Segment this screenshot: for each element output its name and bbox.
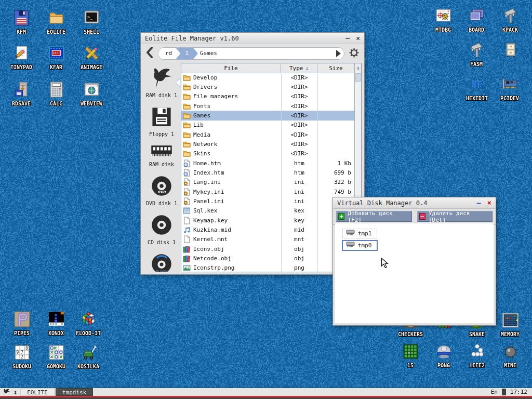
device-label: DVD disk 1 [146,201,177,206]
desktop-icon-pipes[interactable]: PIPES [3,311,41,336]
desktop-icon-kosilka[interactable]: KOSILKA [70,344,107,369]
file-row-lib[interactable]: Lib<DIR> [181,121,355,130]
language-indicator[interactable]: En [491,389,498,395]
file-row-drivers[interactable]: Drivers<DIR> [181,82,355,91]
file-name: Sql.kex [193,207,217,214]
desktop-icon-life2[interactable]: LIFE2 [458,343,496,368]
scroll-up-button[interactable]: ↑ [355,63,361,73]
file-row-iconv-obj[interactable]: Iconv.objobj [181,244,355,254]
minimize-button[interactable]: — [477,200,481,206]
file-row-fonts[interactable]: Fonts<DIR> [181,101,355,111]
desktop-icon-rdsave[interactable]: RDSAVE [3,81,40,107]
desktop-icon-pong[interactable]: PONG [425,343,462,368]
vdm-titlebar[interactable]: Virtual Disk Manager 0.4 — × [333,197,496,209]
desktop-icon-shell[interactable]: >_SHELL [73,9,110,35]
close-button[interactable]: × [356,35,360,42]
svg-text:9: 9 [16,350,19,355]
file-row-iconstrp-png[interactable]: Iconstrp.pngpng [181,263,355,272]
desktop-icon-kfar[interactable]: KFAR [37,45,75,70]
desktop-icon-kfm[interactable]: KFM [3,9,40,35]
file-name: File managers [193,93,238,100]
file-row-home-htm[interactable]: Home.htmhtm1 Kb [181,158,355,168]
taskbar-button-eolite[interactable]: EOLITE [20,388,55,396]
desktop-icon-eolite[interactable]: EOLITE [37,9,75,35]
device-floppy-1[interactable]: Floppy 1 [149,105,174,137]
file-row-netcode-obj[interactable]: Netcode.objobj [181,254,355,263]
column-header-size[interactable]: Size [317,63,355,73]
ram-icon [151,144,172,161]
file-row-sql-kex[interactable]: Sql.kexkex [181,206,355,216]
eolite-titlebar[interactable]: Eolite File Manager v1.60 — × [141,33,364,44]
back-button[interactable] [145,47,154,60]
desktop-icon-drawer[interactable] [491,42,529,61]
file-row-media[interactable]: Media<DIR> [181,130,355,139]
virtual-disk-tmp1[interactable]: tmp1 [342,229,377,238]
desktop-icon-label: SNAKE [458,331,496,337]
delete-disk-button[interactable]: − Удалить диск [Del] [417,211,493,222]
scrollbar-thumb[interactable] [355,73,361,82]
desktop-icon-animage[interactable]: ANIMAGE [73,45,110,70]
file-row-file-managers[interactable]: File managers<DIR> [181,92,355,101]
device-cd-disk-1[interactable]: CD disk 1 [148,214,176,245]
file-type: <DIR> [281,112,317,119]
file-row-lang-ini[interactable]: Lang.iniini322 b [181,178,355,187]
file-type: png [281,264,317,271]
page-icon [183,235,191,243]
file-row-kuzkina-mid[interactable]: Kuzkina.midmid [181,225,355,234]
desktop-icon-calc[interactable]: CALC [37,81,75,107]
file-type: <DIR> [281,150,317,157]
minimize-button[interactable]: — [345,35,350,42]
desktop-icon-mine[interactable]: MINE [491,343,529,368]
fifteen-icon [402,343,419,361]
minimize-all-icon[interactable]: ↕ [14,389,17,396]
device-bluray[interactable]: Blu-rayDisc [150,252,173,272]
virtual-disk-tmp0[interactable]: tmp0 [342,240,378,251]
desktop-icon-fasm[interactable]: FASM [458,42,495,67]
desktop-icon-label: KFM [3,29,40,35]
file-table-header: File Type↓ Size ↑ [181,63,361,73]
breadcrumb-segment-rd[interactable]: rd [158,48,180,59]
kolibri-menu-button[interactable] [2,388,11,396]
column-divider [281,73,282,272]
file-row-keymap-key[interactable]: Keymap.keykey [181,216,355,225]
close-button[interactable]: × [487,200,491,206]
device-dvd-disk-1[interactable]: DVDDVD disk 1 [146,175,177,206]
desktop-icon-board[interactable]: BOARD [458,7,495,33]
device-ram-disk-1[interactable]: RAM disk 1 [146,66,177,98]
file-row-develop[interactable]: Develop<DIR> [181,73,355,82]
device-ram-disk[interactable]: RAM disk [149,144,174,167]
breadcrumb-segment-games[interactable]: Games [193,48,344,59]
file-type: key [281,217,317,224]
desktop-icon-sudoku[interactable]: 8972SUDOKU [3,344,41,369]
desktop-icon-tinypad[interactable]: TINYPAD [3,45,40,70]
desktop-icon-fifteen[interactable]: 15 [392,343,429,368]
cd-icon [150,214,173,238]
file-row-panel-ini[interactable]: Panel.iniini [181,196,355,206]
column-header-file[interactable]: File [181,63,281,73]
desktop-icon-kpack[interactable]: KPACK [491,7,529,33]
file-type: obj [281,255,317,262]
svg-text:2: 2 [21,354,23,360]
desktop-icon-pcidev[interactable]: PCIDEV [491,76,528,101]
file-name: Home.htm [193,160,221,167]
desktop-icon-memory[interactable]: MEMORY [491,312,529,337]
svg-text:DVD: DVD [157,190,166,194]
desktop-icon-hexedit[interactable]: 8F8FHEXEDIT [458,76,496,101]
file-row-index-htm[interactable]: Index.htmhtm699 b [181,168,355,177]
file-row-kernel-mnt[interactable]: Kernel.mntmnt [181,235,355,244]
forward-button[interactable] [335,49,342,60]
file-row-games[interactable]: Games<DIR> [181,111,355,120]
desktop-icon-webview[interactable]: WEBVIEW [73,81,110,107]
taskbar-button-tmpdisk[interactable]: tmpdisk [56,388,93,396]
file-row-mykey-ini[interactable]: Mykey.iniini749 b [181,187,355,196]
column-header-type[interactable]: Type↓ [281,63,317,73]
folder-icon [183,102,191,110]
dvd-icon: DVD [150,175,173,200]
add-disk-button[interactable]: + Добавить диск [F2] [336,211,412,222]
desktop-icon-mtdbg[interactable]: MTDBG [424,7,462,33]
settings-gear-icon[interactable] [349,47,360,60]
kfar-icon [48,45,65,62]
file-row-network[interactable]: Network<DIR> [181,139,355,149]
file-row-skins[interactable]: Skins<DIR> [181,149,355,158]
desktop-icon-floodit[interactable]: FLOOD-IT [70,311,107,336]
